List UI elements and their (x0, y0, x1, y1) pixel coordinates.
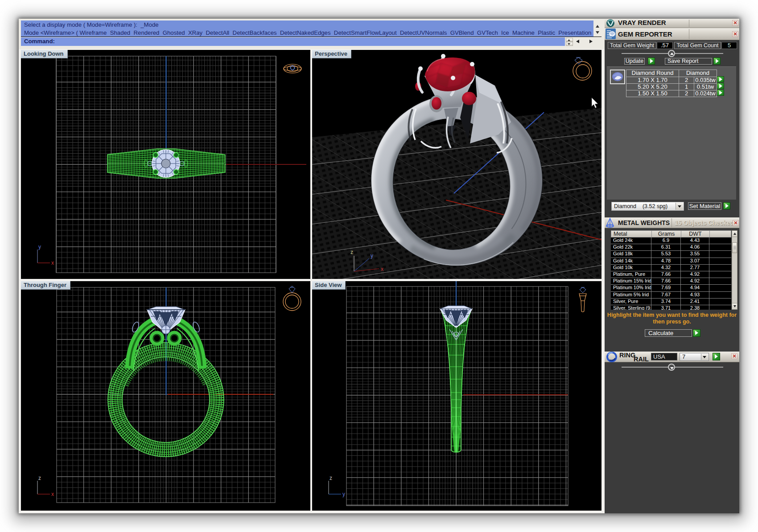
svg-text:z: z (330, 475, 332, 481)
svg-text:x: x (381, 266, 383, 272)
svg-text:x: x (51, 260, 54, 266)
svg-text:y: y (342, 491, 345, 497)
svg-text:y: y (371, 253, 373, 259)
svg-text:y: y (38, 244, 41, 250)
svg-text:z: z (38, 475, 41, 481)
svg-text:x: x (51, 491, 54, 497)
svg-text:z: z (350, 249, 353, 255)
